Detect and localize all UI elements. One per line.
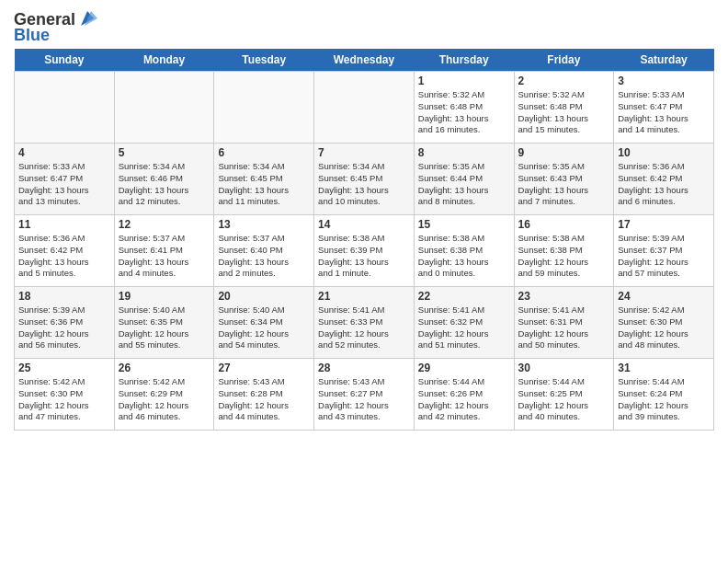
calendar-cell: 9Sunrise: 5:35 AM Sunset: 6:43 PM Daylig… (514, 144, 614, 215)
day-info: Sunrise: 5:41 AM Sunset: 6:32 PM Dayligh… (418, 304, 510, 351)
day-number: 15 (418, 218, 510, 231)
day-number: 18 (18, 290, 110, 303)
day-info: Sunrise: 5:38 AM Sunset: 6:38 PM Dayligh… (518, 233, 610, 280)
day-info: Sunrise: 5:44 AM Sunset: 6:25 PM Dayligh… (518, 376, 610, 423)
calendar-cell: 27Sunrise: 5:43 AM Sunset: 6:28 PM Dayli… (214, 359, 314, 431)
week-row-3: 11Sunrise: 5:36 AM Sunset: 6:42 PM Dayli… (15, 215, 714, 287)
calendar-cell: 14Sunrise: 5:38 AM Sunset: 6:39 PM Dayli… (314, 215, 415, 287)
calendar-cell: 20Sunrise: 5:40 AM Sunset: 6:34 PM Dayli… (214, 287, 314, 359)
calendar-cell: 4Sunrise: 5:33 AM Sunset: 6:47 PM Daylig… (15, 144, 115, 215)
day-info: Sunrise: 5:44 AM Sunset: 6:24 PM Dayligh… (618, 376, 710, 423)
day-number: 26 (119, 362, 210, 374)
day-header-thursday: Thursday (414, 49, 514, 72)
day-info: Sunrise: 5:36 AM Sunset: 6:42 PM Dayligh… (18, 233, 110, 280)
week-row-2: 4Sunrise: 5:33 AM Sunset: 6:47 PM Daylig… (15, 144, 714, 215)
day-number: 29 (418, 362, 510, 374)
day-number: 10 (618, 146, 710, 159)
calendar-cell: 18Sunrise: 5:39 AM Sunset: 6:36 PM Dayli… (15, 287, 115, 359)
day-number: 20 (218, 290, 310, 303)
day-number: 17 (618, 218, 710, 231)
calendar-cell (114, 72, 214, 144)
day-info: Sunrise: 5:42 AM Sunset: 6:30 PM Dayligh… (18, 376, 110, 423)
day-number: 27 (218, 362, 310, 374)
day-header-tuesday: Tuesday (214, 49, 314, 72)
day-info: Sunrise: 5:34 AM Sunset: 6:45 PM Dayligh… (218, 161, 310, 208)
day-number: 6 (218, 146, 310, 159)
day-info: Sunrise: 5:39 AM Sunset: 6:37 PM Dayligh… (618, 233, 710, 280)
calendar-cell (314, 72, 415, 144)
calendar-cell: 3Sunrise: 5:33 AM Sunset: 6:47 PM Daylig… (614, 72, 714, 144)
day-number: 16 (518, 218, 610, 231)
day-number: 9 (518, 146, 610, 159)
calendar-cell: 11Sunrise: 5:36 AM Sunset: 6:42 PM Dayli… (15, 215, 115, 287)
days-header-row: SundayMondayTuesdayWednesdayThursdayFrid… (15, 49, 714, 72)
day-number: 7 (318, 146, 410, 159)
week-row-4: 18Sunrise: 5:39 AM Sunset: 6:36 PM Dayli… (15, 287, 714, 359)
calendar-cell: 23Sunrise: 5:41 AM Sunset: 6:31 PM Dayli… (514, 287, 614, 359)
calendar-cell: 26Sunrise: 5:42 AM Sunset: 6:29 PM Dayli… (114, 359, 214, 431)
day-number: 30 (518, 362, 610, 374)
day-info: Sunrise: 5:39 AM Sunset: 6:36 PM Dayligh… (18, 304, 110, 351)
calendar-cell (15, 72, 115, 144)
day-info: Sunrise: 5:43 AM Sunset: 6:27 PM Dayligh… (318, 376, 410, 423)
calendar-cell: 31Sunrise: 5:44 AM Sunset: 6:24 PM Dayli… (614, 359, 714, 431)
calendar-cell: 12Sunrise: 5:37 AM Sunset: 6:41 PM Dayli… (114, 215, 214, 287)
day-info: Sunrise: 5:32 AM Sunset: 6:48 PM Dayligh… (518, 89, 610, 136)
calendar-cell: 28Sunrise: 5:43 AM Sunset: 6:27 PM Dayli… (314, 359, 415, 431)
day-info: Sunrise: 5:38 AM Sunset: 6:39 PM Dayligh… (318, 233, 410, 280)
calendar-cell: 25Sunrise: 5:42 AM Sunset: 6:30 PM Dayli… (15, 359, 115, 431)
day-info: Sunrise: 5:33 AM Sunset: 6:47 PM Dayligh… (18, 161, 110, 208)
logo-icon (77, 9, 97, 29)
calendar-cell: 7Sunrise: 5:34 AM Sunset: 6:45 PM Daylig… (314, 144, 415, 215)
day-info: Sunrise: 5:41 AM Sunset: 6:33 PM Dayligh… (318, 304, 410, 351)
calendar-cell: 17Sunrise: 5:39 AM Sunset: 6:37 PM Dayli… (614, 215, 714, 287)
calendar-cell: 30Sunrise: 5:44 AM Sunset: 6:25 PM Dayli… (514, 359, 614, 431)
day-number: 24 (618, 290, 710, 303)
day-number: 31 (618, 362, 710, 374)
calendar-cell: 6Sunrise: 5:34 AM Sunset: 6:45 PM Daylig… (214, 144, 314, 215)
calendar-cell: 22Sunrise: 5:41 AM Sunset: 6:32 PM Dayli… (414, 287, 514, 359)
day-number: 5 (119, 146, 210, 159)
day-number: 1 (418, 75, 510, 87)
day-number: 28 (318, 362, 410, 374)
day-number: 25 (18, 362, 110, 374)
calendar-cell: 8Sunrise: 5:35 AM Sunset: 6:44 PM Daylig… (414, 144, 514, 215)
day-info: Sunrise: 5:33 AM Sunset: 6:47 PM Dayligh… (618, 89, 710, 136)
day-number: 23 (518, 290, 610, 303)
calendar-cell: 2Sunrise: 5:32 AM Sunset: 6:48 PM Daylig… (514, 72, 614, 144)
calendar-cell: 21Sunrise: 5:41 AM Sunset: 6:33 PM Dayli… (314, 287, 415, 359)
calendar-cell: 13Sunrise: 5:37 AM Sunset: 6:40 PM Dayli… (214, 215, 314, 287)
day-info: Sunrise: 5:41 AM Sunset: 6:31 PM Dayligh… (518, 304, 610, 351)
calendar-cell: 5Sunrise: 5:34 AM Sunset: 6:46 PM Daylig… (114, 144, 214, 215)
day-number: 2 (518, 75, 610, 87)
header: General Blue (14, 9, 714, 45)
day-number: 8 (418, 146, 510, 159)
calendar-cell: 19Sunrise: 5:40 AM Sunset: 6:35 PM Dayli… (114, 287, 214, 359)
day-info: Sunrise: 5:34 AM Sunset: 6:46 PM Dayligh… (119, 161, 210, 208)
day-number: 19 (119, 290, 210, 303)
calendar-cell: 24Sunrise: 5:42 AM Sunset: 6:30 PM Dayli… (614, 287, 714, 359)
day-number: 14 (318, 218, 410, 231)
day-info: Sunrise: 5:37 AM Sunset: 6:41 PM Dayligh… (119, 233, 210, 280)
day-info: Sunrise: 5:36 AM Sunset: 6:42 PM Dayligh… (618, 161, 710, 208)
day-info: Sunrise: 5:40 AM Sunset: 6:34 PM Dayligh… (218, 304, 310, 351)
day-info: Sunrise: 5:34 AM Sunset: 6:45 PM Dayligh… (318, 161, 410, 208)
calendar-cell (214, 72, 314, 144)
day-info: Sunrise: 5:35 AM Sunset: 6:43 PM Dayligh… (518, 161, 610, 208)
day-number: 12 (119, 218, 210, 231)
day-number: 13 (218, 218, 310, 231)
day-info: Sunrise: 5:42 AM Sunset: 6:30 PM Dayligh… (618, 304, 710, 351)
day-info: Sunrise: 5:42 AM Sunset: 6:29 PM Dayligh… (119, 376, 210, 423)
calendar-cell: 29Sunrise: 5:44 AM Sunset: 6:26 PM Dayli… (414, 359, 514, 431)
week-row-5: 25Sunrise: 5:42 AM Sunset: 6:30 PM Dayli… (15, 359, 714, 431)
day-info: Sunrise: 5:32 AM Sunset: 6:48 PM Dayligh… (418, 89, 510, 136)
day-info: Sunrise: 5:37 AM Sunset: 6:40 PM Dayligh… (218, 233, 310, 280)
logo-blue: Blue (14, 26, 50, 45)
day-header-sunday: Sunday (15, 49, 115, 72)
day-info: Sunrise: 5:40 AM Sunset: 6:35 PM Dayligh… (119, 304, 210, 351)
day-number: 3 (618, 75, 710, 87)
day-header-wednesday: Wednesday (314, 49, 415, 72)
calendar-cell: 15Sunrise: 5:38 AM Sunset: 6:38 PM Dayli… (414, 215, 514, 287)
calendar-cell: 1Sunrise: 5:32 AM Sunset: 6:48 PM Daylig… (414, 72, 514, 144)
calendar-cell: 10Sunrise: 5:36 AM Sunset: 6:42 PM Dayli… (614, 144, 714, 215)
